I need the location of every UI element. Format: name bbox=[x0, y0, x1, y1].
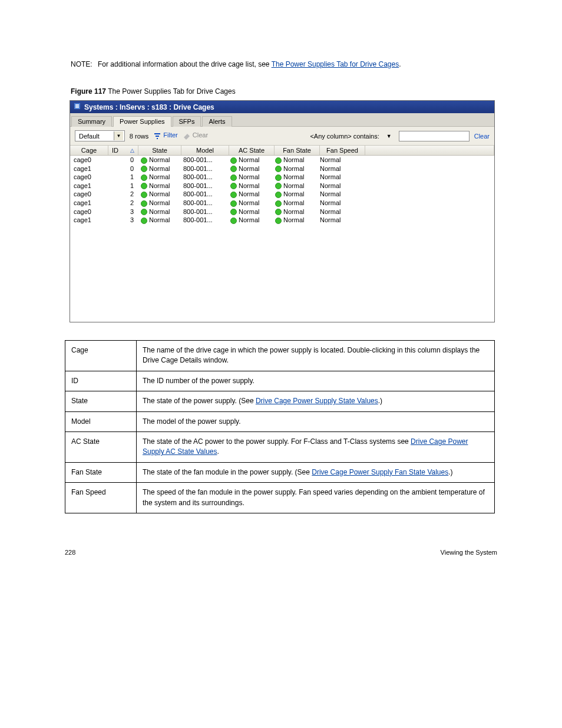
col-model[interactable]: Model bbox=[181, 146, 229, 155]
cell-id: 2 bbox=[108, 199, 137, 207]
cell-cage: cage1 bbox=[70, 164, 108, 173]
cell-ac-state: Normal bbox=[227, 190, 272, 199]
status-dot-icon bbox=[230, 174, 237, 181]
cell-ac-state: Normal bbox=[227, 207, 272, 216]
col-id-label: ID bbox=[112, 147, 118, 154]
svg-rect-6 bbox=[157, 138, 158, 139]
table-row[interactable]: cage10Normal800-001...NormalNormalNormal bbox=[70, 164, 494, 173]
desc-value: The state of the power supply. (See Driv… bbox=[137, 391, 495, 411]
cell-fan-speed: Normal bbox=[316, 164, 361, 173]
desc-row: AC StateThe state of the AC power to the… bbox=[65, 431, 495, 462]
cell-fan-speed: Normal bbox=[316, 182, 361, 190]
titlebar: Systems : InServs : s183 : Drive Cages bbox=[70, 101, 494, 113]
table-row[interactable]: cage03Normal800-001...NormalNormalNormal bbox=[70, 207, 494, 216]
desc-row: CageThe name of the drive cage in which … bbox=[65, 341, 495, 371]
search-input[interactable] bbox=[399, 131, 470, 141]
page-footer: 228 Viewing the System bbox=[65, 549, 497, 556]
table-row[interactable]: cage13Normal800-001...NormalNormalNormal bbox=[70, 216, 494, 225]
cell-id: 3 bbox=[108, 216, 137, 225]
cell-fan-state: Normal bbox=[272, 190, 316, 199]
page-number: 228 bbox=[65, 549, 75, 556]
svg-rect-1 bbox=[75, 104, 79, 106]
search-dropdown-arrow[interactable]: ▼ bbox=[384, 133, 394, 139]
desc-value: The state of the fan module in the power… bbox=[137, 462, 495, 482]
cell-cage: cage0 bbox=[70, 173, 108, 182]
note-link[interactable]: The Power Supplies Tab for Drive Cages bbox=[272, 60, 399, 68]
cell-state: Normal bbox=[137, 164, 180, 173]
cell-fan-speed: Normal bbox=[316, 199, 361, 207]
col-cage[interactable]: Cage bbox=[70, 146, 108, 155]
svg-rect-5 bbox=[156, 136, 159, 137]
svg-rect-2 bbox=[75, 106, 79, 107]
cell-fan-state: Normal bbox=[272, 173, 316, 182]
desc-link[interactable]: Drive Cage Power Supply Fan State Values bbox=[312, 468, 448, 476]
status-dot-icon bbox=[141, 183, 147, 189]
cell-fan-speed: Normal bbox=[316, 207, 361, 216]
cell-fan-state: Normal bbox=[272, 182, 316, 190]
svg-rect-4 bbox=[154, 133, 160, 134]
desc-row: Fan StateThe state of the fan module in … bbox=[65, 462, 495, 482]
status-dot-icon bbox=[230, 192, 237, 198]
cell-cage: cage1 bbox=[70, 216, 108, 225]
cell-model: 800-001... bbox=[180, 190, 227, 199]
cell-ac-state: Normal bbox=[227, 216, 272, 225]
cell-ac-state: Normal bbox=[227, 164, 272, 173]
table-row[interactable]: cage12Normal800-001...NormalNormalNormal bbox=[70, 199, 494, 207]
clear-search-link[interactable]: Clear bbox=[474, 133, 490, 140]
col-rest bbox=[365, 146, 494, 155]
col-id[interactable]: ID △ bbox=[108, 146, 138, 155]
desc-row: ModelThe model of the power supply. bbox=[65, 411, 495, 431]
col-fan-state[interactable]: Fan State bbox=[275, 146, 320, 155]
cell-state: Normal bbox=[137, 207, 180, 216]
desc-key: Fan Speed bbox=[65, 483, 137, 513]
cell-ac-state: Normal bbox=[227, 173, 272, 182]
cell-model: 800-001... bbox=[180, 182, 227, 190]
status-dot-icon bbox=[275, 192, 282, 198]
cell-model: 800-001... bbox=[180, 199, 227, 207]
table-row[interactable]: cage11Normal800-001...NormalNormalNormal bbox=[70, 182, 494, 190]
desc-row: Fan SpeedThe speed of the fan module in … bbox=[65, 483, 495, 513]
status-dot-icon bbox=[275, 209, 282, 215]
cell-state: Normal bbox=[137, 156, 180, 164]
toolbar: Default ▼ 8 rows Filter Clear <Any colum… bbox=[70, 127, 494, 145]
col-state[interactable]: State bbox=[138, 146, 181, 155]
cell-fan-state: Normal bbox=[272, 207, 316, 216]
cell-model: 800-001... bbox=[180, 216, 227, 225]
eraser-icon bbox=[183, 131, 193, 139]
desc-value: The speed of the fan module in the power… bbox=[137, 483, 495, 513]
status-dot-icon bbox=[230, 183, 237, 189]
status-dot-icon bbox=[141, 192, 147, 198]
desc-value: The model of the power supply. bbox=[137, 411, 495, 431]
cell-cage: cage0 bbox=[70, 207, 108, 216]
tab-sfps[interactable]: SFPs bbox=[173, 116, 201, 127]
view-dropdown[interactable]: Default ▼ bbox=[75, 130, 125, 141]
desc-link[interactable]: Drive Cage Power Supply State Values bbox=[256, 397, 378, 405]
status-dot-icon bbox=[275, 218, 282, 224]
col-fan-speed[interactable]: Fan Speed bbox=[320, 146, 365, 155]
figure-caption: Figure 117 The Power Supplies Tab for Dr… bbox=[71, 87, 491, 95]
filter-button[interactable]: Filter bbox=[153, 131, 178, 140]
clear-filter-label: Clear bbox=[193, 131, 208, 139]
table-row[interactable]: cage02Normal800-001...NormalNormalNormal bbox=[70, 190, 494, 199]
sort-asc-icon: △ bbox=[130, 147, 134, 153]
cell-state: Normal bbox=[137, 190, 180, 199]
cell-id: 2 bbox=[108, 190, 137, 199]
tab-summary[interactable]: Summary bbox=[71, 116, 112, 127]
desc-key: Fan State bbox=[65, 462, 137, 482]
status-dot-icon bbox=[275, 183, 282, 189]
col-ac-state[interactable]: AC State bbox=[229, 146, 275, 155]
chevron-down-icon: ▼ bbox=[114, 131, 123, 140]
table-row[interactable]: cage00Normal800-001...NormalNormalNormal bbox=[70, 156, 494, 164]
cell-id: 0 bbox=[108, 156, 137, 164]
data-grid: Cage ID △ State Model AC State Fan State… bbox=[70, 145, 494, 322]
desc-key: Model bbox=[65, 411, 137, 431]
status-dot-icon bbox=[141, 174, 147, 181]
table-row[interactable]: cage01Normal800-001...NormalNormalNormal bbox=[70, 173, 494, 182]
desc-key: AC State bbox=[65, 431, 137, 462]
filter-icon bbox=[153, 131, 163, 139]
tab-power-supplies[interactable]: Power Supplies bbox=[113, 116, 171, 127]
clear-filter-button[interactable]: Clear bbox=[183, 131, 208, 140]
cell-state: Normal bbox=[137, 199, 180, 207]
tab-alerts[interactable]: Alerts bbox=[202, 116, 232, 127]
cell-model: 800-001... bbox=[180, 164, 227, 173]
